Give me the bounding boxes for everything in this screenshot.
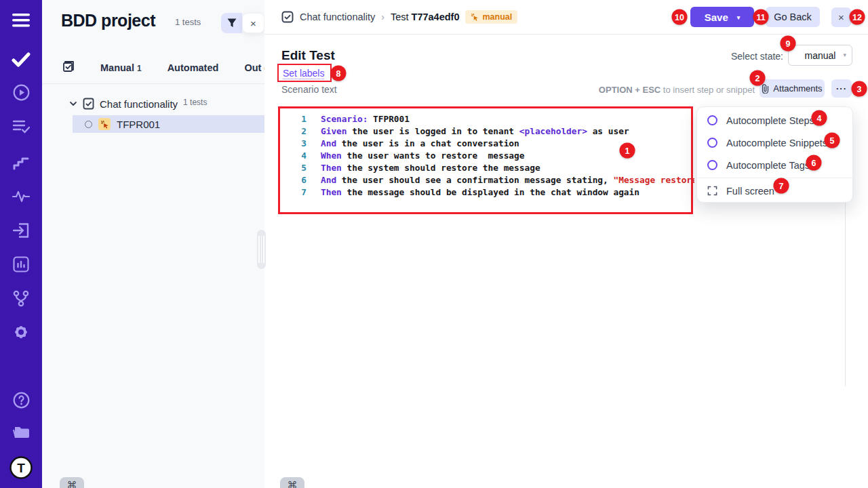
line-number: 3 (292, 138, 307, 150)
project-tests-count: 1 tests (175, 17, 201, 27)
state-select-value: manual (805, 50, 836, 61)
test-status-circle-icon (85, 121, 92, 128)
panel-resize-grip[interactable] (257, 230, 266, 269)
line-code: Given the user is logged in to tenant <p… (321, 125, 629, 138)
menu-item-label: Autocomplete Steps (726, 115, 814, 126)
breadcrumb-suite-link[interactable]: Chat functionality (300, 12, 375, 22)
menu-item-autocomplete-steps[interactable]: Autocomplete Steps (697, 109, 852, 131)
line-number: 7 (292, 186, 307, 199)
project-panel: BDD project 1 tests × Manual1AutomatedOu… (42, 0, 264, 488)
hotkey-hint-pill: ⌘ (60, 477, 84, 488)
annotation-badge-3: 3 (852, 81, 867, 97)
line-code: Scenario: TFPR001 (321, 113, 410, 125)
topbar-actions: Save▾ Go Back × (690, 7, 851, 27)
close-editor-button[interactable]: × (831, 7, 851, 27)
settings-gear-icon[interactable] (0, 320, 42, 344)
annotation-badge-4: 4 (812, 110, 827, 126)
radio-icon[interactable] (707, 160, 717, 170)
suite-label: Chat functionality (100, 98, 178, 110)
bulk-select-icon[interactable] (62, 60, 75, 75)
app-root: T BDD project 1 tests × Manual1Automated… (0, 0, 868, 488)
go-back-button[interactable]: Go Back (766, 7, 820, 27)
tree-suite-row[interactable]: Chat functionality 1 tests (69, 95, 207, 113)
annotation-badge-8: 8 (331, 66, 347, 81)
projects-folder-icon[interactable] (0, 420, 42, 445)
line-number: 6 (292, 174, 307, 186)
test-label: TFPR001 (117, 119, 160, 130)
plans-icon[interactable] (0, 114, 42, 138)
menu-item-autocomplete-tags[interactable]: Autocomplete Tags (697, 154, 852, 176)
tab-label: Manual (100, 62, 134, 73)
save-dropdown-caret-icon[interactable]: ▾ (737, 14, 741, 21)
editor-line[interactable]: 2Given the user is logged in to tenant <… (264, 125, 694, 138)
line-code: Then the system should restore the messa… (321, 162, 540, 174)
state-select[interactable]: manual ▾ (788, 45, 852, 66)
menu-item-label: Autocomplete Snippets (726, 138, 827, 148)
annotation-badge-7: 7 (774, 178, 789, 194)
suite-doc-icon (83, 98, 94, 110)
menu-item-label: Full screen (726, 186, 774, 197)
paperclip-icon (762, 84, 769, 94)
shortcut-hint: OPTION + ESC to insert step or snippet (580, 85, 755, 95)
line-number: 5 (292, 162, 307, 174)
menu-icon[interactable] (0, 8, 42, 33)
filter-button[interactable] (221, 13, 242, 33)
editor-line[interactable]: 5Then the system should restore the mess… (264, 162, 694, 174)
annotation-badge-2: 2 (750, 70, 766, 86)
help-icon[interactable] (0, 388, 42, 412)
menu-divider (697, 178, 852, 178)
annotation-badge-9: 9 (781, 36, 796, 52)
tabs: Manual1AutomatedOut of sy (62, 58, 264, 78)
line-code: Then the message should be displayed in … (321, 186, 639, 199)
radio-icon[interactable] (707, 138, 717, 148)
runs-icon[interactable] (0, 80, 42, 104)
tab-manual[interactable]: Manual1 (100, 62, 142, 73)
tab-label: Out of sy (244, 62, 264, 73)
set-labels-link[interactable]: Set labels (283, 68, 324, 79)
page-title: Edit Test (281, 48, 335, 63)
chevron-down-icon: ▾ (843, 52, 846, 58)
sidebar: T (0, 0, 42, 488)
tests-icon[interactable] (0, 47, 42, 72)
suite-count: 1 tests (183, 98, 207, 107)
editor-line[interactable]: 7Then the message should be displayed in… (264, 186, 694, 199)
reports-icon[interactable] (0, 252, 42, 277)
tree-test-row[interactable]: TFPR001 (73, 115, 264, 133)
annotation-badge-6: 6 (806, 155, 822, 171)
attachments-button[interactable]: Attachments (760, 79, 825, 98)
main-topbar: Chat functionality › Test T77a4edf0 manu… (264, 0, 868, 35)
tabs-divider (42, 83, 264, 84)
save-button[interactable]: Save▾ (690, 7, 754, 27)
select-state-label: Select state: (705, 51, 783, 62)
annotation-badge-12: 12 (850, 9, 865, 25)
editor-line[interactable]: 6And the user should see a confirmation … (264, 174, 694, 186)
more-options-button[interactable]: ··· (831, 79, 852, 98)
import-icon[interactable] (0, 218, 42, 243)
close-icon: × (250, 18, 256, 29)
manual-cursor-icon (98, 118, 111, 130)
branch-icon[interactable] (0, 286, 42, 310)
breadcrumb: Chat functionality › Test T77a4edf0 manu… (281, 0, 517, 34)
breadcrumb-test-icon (281, 11, 294, 23)
editor-line[interactable]: 1Scenario: TFPR001 (264, 113, 694, 125)
tab-automated[interactable]: Automated (167, 62, 219, 73)
full-screen-icon (707, 186, 717, 196)
panel-close-button[interactable]: × (242, 13, 264, 33)
svg-text:T: T (17, 461, 25, 475)
tab-out-of-sy[interactable]: Out of sy (244, 62, 264, 73)
avatar[interactable]: T (0, 455, 42, 480)
annotation-badge-10: 10 (672, 9, 688, 25)
radio-icon[interactable] (707, 115, 717, 125)
line-code: And the user is in a chat conversation (321, 138, 519, 150)
breadcrumb-separator: › (381, 12, 384, 22)
chevron-down-icon (69, 100, 77, 108)
line-number: 1 (292, 113, 307, 125)
project-title: BDD project (61, 11, 155, 30)
line-number: 4 (292, 150, 307, 162)
activity-icon[interactable] (0, 184, 42, 209)
manual-state-badge: manual (465, 10, 517, 24)
steps-icon[interactable] (0, 150, 42, 175)
annotation-badge-11: 11 (753, 9, 769, 25)
hotkey-hint-pill: ⌘ (280, 477, 304, 488)
annotation-badge-5: 5 (825, 133, 840, 148)
